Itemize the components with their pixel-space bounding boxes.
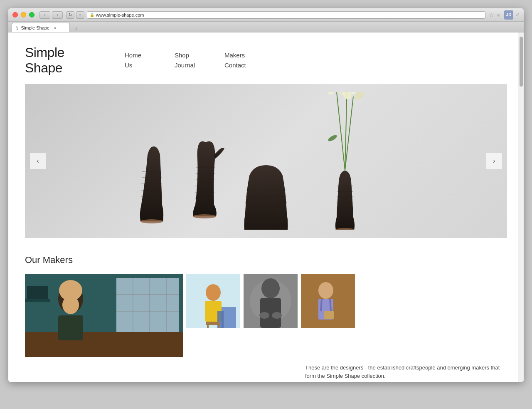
svg-point-57	[206, 284, 221, 301]
carousel-prev-button[interactable]: ‹	[30, 153, 46, 169]
browser-window: ‹ › ↻ ⌂ 🔒 www.simple-shape.com ☆ ≡ JD ⤢ …	[8, 8, 524, 382]
nav-journal[interactable]: Journal	[175, 60, 224, 70]
svg-point-68	[259, 312, 269, 319]
nav-us[interactable]: Us	[125, 60, 175, 70]
tab-close-button[interactable]: ×	[54, 25, 56, 30]
fullscreen-button[interactable]: ⤢	[516, 12, 520, 17]
svg-rect-49	[25, 332, 183, 357]
maker-thumb-2[interactable]	[244, 274, 298, 328]
bookmark-button[interactable]: ☆	[489, 12, 494, 18]
tab-title: Simple Shape	[21, 25, 50, 30]
maker-info: These are the designers - the establishe…	[301, 360, 507, 381]
nav-contact[interactable]: Contact	[224, 60, 274, 70]
ceramics-display	[108, 92, 424, 230]
address-bar[interactable]: 🔒 www.simple-shape.com	[87, 11, 485, 19]
maker-studio-image	[25, 274, 183, 357]
nav-makers[interactable]: Makers	[224, 50, 274, 60]
hero-carousel: ‹ ›	[25, 84, 507, 238]
svg-line-74	[321, 299, 322, 311]
makers-section: Our Makers	[8, 238, 524, 381]
svg-point-72	[318, 282, 333, 299]
forward-button[interactable]: ›	[52, 11, 63, 19]
site-nav: Home Us Shop Journal Makers Contact	[125, 50, 274, 70]
logo-line1: Simple	[25, 45, 64, 60]
svg-rect-59	[222, 307, 236, 328]
back-button[interactable]: ‹	[39, 11, 50, 19]
nav-column-2: Shop Journal	[175, 50, 224, 70]
svg-rect-53	[58, 315, 83, 340]
maximize-window-button[interactable]	[29, 12, 34, 17]
makers-title: Our Makers	[25, 255, 507, 265]
maker-thumb-image-1	[186, 274, 240, 328]
svg-rect-54	[25, 299, 50, 302]
menu-button[interactable]: ≡	[497, 12, 500, 18]
user-badge[interactable]: JD	[504, 10, 513, 20]
svg-point-0	[140, 219, 163, 223]
hero-image	[25, 84, 507, 238]
svg-point-39	[353, 92, 366, 101]
site-logo[interactable]: Simple Shape	[25, 45, 108, 76]
maker-thumb-1[interactable]	[186, 274, 240, 328]
url-text: www.simple-shape.com	[96, 12, 144, 17]
refresh-button[interactable]: ↻	[66, 11, 74, 19]
traffic-lights	[12, 12, 34, 17]
browser-content-area: Simple Shape Home Us Shop Journal Makers…	[8, 32, 524, 382]
svg-point-69	[272, 312, 282, 319]
svg-line-29	[337, 92, 345, 171]
nav-shop[interactable]: Shop	[175, 50, 224, 60]
svg-point-66	[261, 278, 280, 298]
svg-rect-76	[324, 311, 334, 319]
nav-home[interactable]: Home	[125, 50, 175, 60]
close-window-button[interactable]	[12, 12, 18, 17]
minimize-window-button[interactable]	[21, 12, 26, 17]
browser-titlebar: ‹ › ↻ ⌂ 🔒 www.simple-shape.com ☆ ≡ JD ⤢	[8, 8, 524, 22]
maker-thumb-3[interactable]	[301, 274, 355, 328]
makers-grid: These are the designers - the establishe…	[25, 274, 507, 381]
svg-line-75	[330, 299, 331, 311]
lock-icon: 🔒	[90, 13, 94, 17]
svg-rect-55	[27, 286, 48, 299]
home-button[interactable]: ⌂	[76, 11, 84, 19]
scrollbar[interactable]	[518, 32, 524, 382]
nav-column-3: Makers Contact	[224, 50, 274, 70]
scrollbar-thumb[interactable]	[520, 37, 523, 87]
maker-thumb-image-2	[244, 274, 298, 328]
svg-rect-43	[116, 278, 179, 332]
tab-bar: § Simple Shape × +	[8, 22, 524, 32]
active-tab[interactable]: § Simple Shape ×	[12, 23, 70, 32]
tab-favicon: §	[16, 25, 19, 30]
new-tab-button[interactable]: +	[71, 25, 81, 32]
maker-large-image[interactable]	[25, 274, 183, 357]
svg-point-7	[193, 214, 216, 218]
svg-point-41	[327, 134, 338, 142]
nav-column-1: Home Us	[125, 50, 175, 70]
maker-thumb-image-3	[301, 274, 355, 328]
carousel-next-button[interactable]: ›	[486, 153, 502, 169]
maker-large-inner	[25, 274, 183, 357]
site-header: Simple Shape Home Us Shop Journal Makers…	[8, 32, 524, 84]
website: Simple Shape Home Us Shop Journal Makers…	[8, 32, 524, 382]
svg-rect-61	[206, 322, 220, 325]
svg-point-32	[324, 92, 336, 96]
browser-nav-buttons: ‹ ›	[39, 11, 63, 19]
maker-description: These are the designers - the establishe…	[305, 364, 507, 381]
logo-line2: Shape	[25, 60, 62, 75]
svg-point-52	[62, 296, 79, 314]
